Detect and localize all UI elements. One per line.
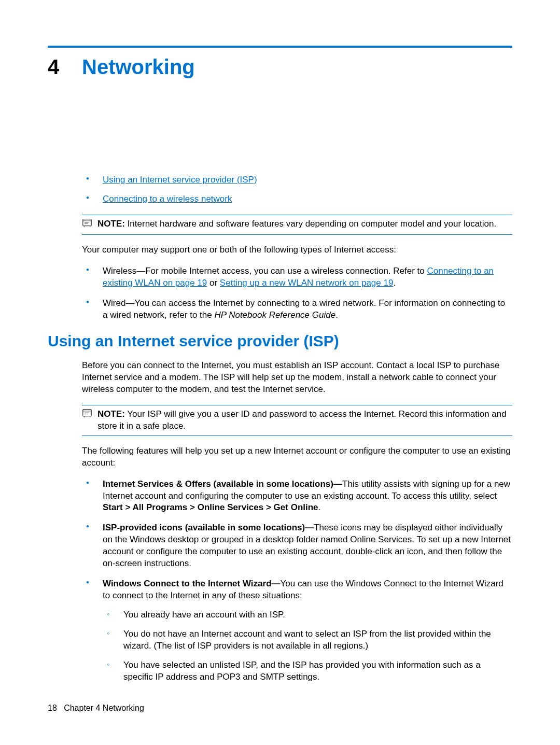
sub-item-unlisted-isp: You have selected an unlisted ISP, and t… [103,659,512,683]
item1-bold: Internet Services & Offers (available in… [103,479,342,489]
note-text: Internet hardware and software features … [128,219,497,229]
item2-bold: ISP-provided icons (available in some lo… [103,523,314,532]
page-number: 18 [48,704,57,712]
sub-item-no-account: You do not have an Internet account and … [103,628,512,652]
chapter-rule [48,46,512,48]
note-box: NOTE: Your ISP will give you a user ID a… [82,405,512,436]
wireless-middle: or [207,278,220,288]
note-text-container: NOTE: Internet hardware and software fea… [97,218,512,231]
wired-suffix: . [335,310,338,320]
item3-bold: Windows Connect to the Internet Wizard— [103,579,281,588]
list-item-windows-wizard: Windows Connect to the Internet Wizard—Y… [82,578,512,683]
note-icon [82,409,97,432]
toc-list: Using an Internet service provider (ISP)… [82,174,512,205]
chapter-title: Networking [82,53,195,81]
content-body: Using an Internet service provider (ISP)… [82,174,512,321]
item1-suffix: . [318,502,321,512]
list-item-internet-services: Internet Services & Offers (available in… [82,479,512,514]
note-label: NOTE: [97,409,125,419]
toc-item: Using an Internet service provider (ISP) [82,174,512,186]
note-icon [82,218,97,231]
features-para: The following features will help you set… [82,445,512,469]
note-text-container: NOTE: Your ISP will give you a user ID a… [97,409,512,432]
page-footer: 18 Chapter 4 Networking [48,702,144,714]
access-types-list: Wireless—For mobile Internet access, you… [82,265,512,321]
note-box: NOTE: Internet hardware and software fea… [82,215,512,235]
list-item-wireless: Wireless—For mobile Internet access, you… [82,265,512,289]
list-item-wired: Wired—You can access the Internet by con… [82,298,512,321]
link-new-wlan[interactable]: Setting up a new WLAN network on page 19 [220,278,394,288]
features-list: Internet Services & Offers (available in… [82,479,512,683]
footer-chapter: Chapter 4 Networking [64,704,144,712]
toc-link-isp[interactable]: Using an Internet service provider (ISP) [103,175,257,185]
item1-bold2: Start > All Programs > Online Services >… [103,502,318,512]
note-text: Your ISP will give you a user ID and pas… [97,409,507,431]
sub-item-have-account: You already have an account with an ISP. [103,609,512,621]
note-label: NOTE: [97,219,125,229]
chapter-number: 4 [48,53,82,81]
wireless-suffix: . [393,278,396,288]
toc-item: Connecting to a wireless network [82,193,512,205]
section-heading-isp: Using an Internet service provider (ISP) [48,331,512,352]
wireless-prefix: Wireless—For mobile Internet access, you… [103,266,427,276]
list-item-isp-icons: ISP-provided icons (available in some lo… [82,522,512,570]
toc-link-wireless[interactable]: Connecting to a wireless network [103,194,232,204]
wired-italic: HP Notebook Reference Guide [214,310,335,320]
section-body: Before you can connect to the Internet, … [82,360,512,683]
section-para1: Before you can connect to the Internet, … [82,360,512,396]
wizard-situations-list: You already have an account with an ISP.… [103,609,512,683]
chapter-header: 4 Networking [48,53,512,81]
intro-para: Your computer may support one or both of… [82,244,512,256]
